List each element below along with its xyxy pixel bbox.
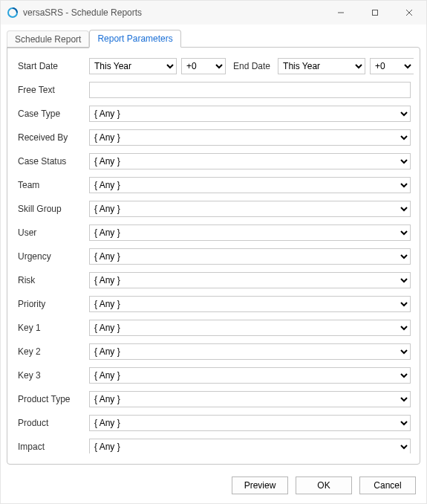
dialog-footer: Preview OK Cancel (1, 471, 426, 503)
row-start-end-date: Start Date This Year +0 End Date This Ye… (18, 58, 411, 74)
row-free-text: Free Text (18, 82, 411, 98)
priority-label: Priority (18, 299, 85, 309)
user-label: User (18, 227, 85, 238)
case-status-label: Case Status (18, 156, 85, 167)
ok-button[interactable]: OK (296, 476, 352, 494)
start-date-label: Start Date (18, 61, 85, 71)
risk-select[interactable]: { Any } (89, 272, 411, 288)
case-type-label: Case Type (18, 109, 85, 119)
window-root: versaSRS - Schedule Reports Schedule Rep… (0, 0, 427, 504)
team-select[interactable]: { Any } (89, 177, 411, 193)
team-label: Team (18, 180, 85, 190)
row-product: Product{ Any } (18, 415, 411, 431)
key-1-label: Key 1 (18, 323, 85, 333)
key-2-label: Key 2 (18, 346, 85, 357)
free-text-input[interactable] (89, 82, 411, 98)
app-icon (7, 7, 19, 19)
window-controls (324, 1, 426, 25)
row-received-by: Received By{ Any } (18, 129, 411, 146)
row-urgency: Urgency{ Any } (18, 248, 411, 265)
maximize-button[interactable] (358, 1, 392, 25)
case-type-select[interactable]: { Any } (89, 106, 411, 122)
cancel-button[interactable]: Cancel (359, 476, 416, 494)
key-2-select[interactable]: { Any } (89, 343, 411, 360)
end-date-range-select[interactable]: This Year (278, 58, 365, 74)
case-status-select[interactable]: { Any } (89, 153, 411, 169)
urgency-label: Urgency (18, 251, 85, 262)
preview-button[interactable]: Preview (232, 476, 288, 494)
row-product-type: Product Type{ Any } (18, 391, 411, 407)
row-team: Team{ Any } (18, 177, 411, 193)
free-text-label: Free Text (18, 85, 85, 95)
close-button[interactable] (392, 1, 426, 25)
tab-schedule-report[interactable]: Schedule Report (7, 30, 89, 48)
row-risk: Risk{ Any } (18, 272, 411, 288)
tab-bar: Schedule Report Report Parameters (1, 25, 426, 47)
titlebar: versaSRS - Schedule Reports (1, 1, 426, 25)
key-1-select[interactable]: { Any } (89, 320, 411, 336)
urgency-select[interactable]: { Any } (89, 248, 411, 265)
row-case-type: Case Type{ Any } (18, 106, 411, 122)
row-skill-group: Skill Group{ Any } (18, 201, 411, 217)
product-label: Product (18, 418, 85, 428)
key-3-select[interactable]: { Any } (89, 367, 411, 384)
product-select[interactable]: { Any } (89, 415, 411, 431)
impact-select[interactable]: { Any } (89, 439, 411, 453)
minimize-button[interactable] (324, 1, 358, 25)
risk-label: Risk (18, 275, 85, 285)
skill-group-label: Skill Group (18, 204, 85, 214)
user-select[interactable]: { Any } (89, 224, 411, 241)
row-impact: Impact{ Any } (18, 439, 411, 453)
product-type-select[interactable]: { Any } (89, 391, 411, 407)
row-case-status: Case Status{ Any } (18, 153, 411, 169)
svg-rect-2 (373, 10, 378, 16)
product-type-label: Product Type (18, 394, 85, 404)
received-by-select[interactable]: { Any } (89, 129, 411, 146)
row-user: User{ Any } (18, 224, 411, 241)
priority-select[interactable]: { Any } (89, 296, 411, 312)
skill-group-select[interactable]: { Any } (89, 201, 411, 217)
received-by-label: Received By (18, 132, 85, 143)
impact-label: Impact (18, 442, 85, 452)
row-key-1: Key 1{ Any } (18, 320, 411, 336)
window-title: versaSRS - Schedule Reports (23, 7, 324, 18)
row-key-2: Key 2{ Any } (18, 343, 411, 360)
end-date-label: End Date (230, 61, 273, 71)
parameters-panel: Start Date This Year +0 End Date This Ye… (7, 47, 420, 465)
key-3-label: Key 3 (18, 370, 85, 381)
row-priority: Priority{ Any } (18, 296, 411, 312)
start-date-offset-select[interactable]: +0 (181, 58, 226, 74)
tab-report-parameters[interactable]: Report Parameters (89, 30, 180, 48)
end-date-offset-select[interactable]: +0 (370, 58, 414, 74)
start-date-range-select[interactable]: This Year (89, 58, 177, 74)
row-key-3: Key 3{ Any } (18, 367, 411, 384)
parameters-scroll[interactable]: Start Date This Year +0 End Date This Ye… (18, 58, 414, 453)
